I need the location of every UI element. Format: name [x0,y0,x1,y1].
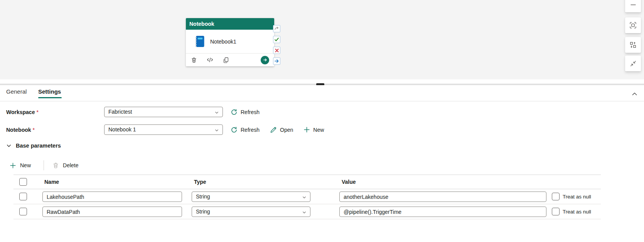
chevron-down-icon [302,195,307,201]
treat-as-null-label: Treat as null [563,209,591,215]
collapse-icon [630,60,637,67]
param-name-input[interactable] [42,192,182,202]
auto-align-icon [629,41,637,49]
workspace-dropdown[interactable]: Fabrictest [104,107,223,117]
pipeline-canvas[interactable]: Notebook Notebook1 [0,0,644,79]
parameter-row: String Treat as null [13,189,601,204]
column-header-type: Type [194,179,206,185]
collapse-panel-button[interactable] [630,90,639,98]
section-title: Base parameters [16,143,61,149]
activity-type-header: Notebook [186,18,274,30]
chevron-down-icon [302,210,307,216]
required-mark: * [36,109,38,115]
chevron-down-icon [214,110,219,116]
zoom-out-button[interactable] [625,0,641,12]
pipeline-editor: Notebook Notebook1 [0,0,644,242]
treat-as-null-label: Treat as null [563,194,591,200]
fit-to-screen-icon [629,22,637,29]
toolbar-divider [44,160,44,170]
chevron-down-icon [6,143,12,148]
refresh-icon [231,109,238,116]
parameters-table-header: Name Type Value [13,175,601,189]
new-parameter-button[interactable]: New [6,162,34,169]
chevron-down-icon [214,128,219,134]
delete-icon[interactable] [191,57,197,63]
on-success-port-icon[interactable] [273,36,280,43]
fit-to-screen-button[interactable] [625,17,641,33]
notebook-label: Notebook* [6,127,35,133]
notebook-open-button[interactable]: Open [270,126,293,133]
delete-icon [52,162,59,169]
activity-name: Notebook1 [210,39,236,45]
notebook-icon [194,35,204,47]
row-checkbox[interactable] [19,208,27,215]
notebook-activity-card[interactable]: Notebook Notebook1 [186,18,274,66]
row-checkbox[interactable] [19,193,27,200]
workspace-actions: Refresh [231,107,260,117]
notebook-dropdown-value: Notebook 1 [105,125,223,134]
param-name-input[interactable] [42,207,182,217]
tab-settings[interactable]: Settings [38,88,61,95]
treat-as-null-checkbox[interactable] [552,208,560,215]
chevron-up-icon [631,91,638,97]
workspace-refresh-button[interactable]: Refresh [231,109,260,116]
base-parameters-section-toggle[interactable]: Base parameters [6,143,61,149]
panel-tabs: General Settings [0,85,644,101]
param-value-input[interactable] [339,207,546,217]
code-icon[interactable] [207,57,213,63]
active-tab-indicator [38,97,62,98]
workspace-dropdown-value: Fabrictest [105,107,223,117]
parameters-table: Name Type Value String Treat as null Str… [13,175,601,219]
delete-parameter-button[interactable]: Delete [49,162,82,169]
activity-ports [273,25,280,65]
auto-align-button[interactable] [625,37,641,53]
edit-icon [270,126,277,133]
param-type-dropdown[interactable]: String [192,207,310,217]
zoom-out-icon [630,1,637,8]
add-next-activity-icon[interactable] [261,56,269,64]
on-completion-port-icon[interactable] [273,57,280,65]
param-type-value: String [192,192,310,202]
notebook-actions: Refresh Open New [231,124,324,135]
tab-general[interactable]: General [6,88,27,95]
required-mark: * [33,127,35,133]
column-header-value: Value [342,179,356,185]
activity-card-body: Notebook1 [186,30,274,53]
notebook-dropdown[interactable]: Notebook 1 [104,124,223,135]
on-skip-port-icon[interactable] [273,25,280,32]
notebook-new-button[interactable]: New [303,126,324,133]
notebook-refresh-button[interactable]: Refresh [231,126,260,133]
activity-type-label: Notebook [189,21,214,27]
parameters-toolbar: New Delete [6,160,82,171]
refresh-icon [231,126,238,133]
collapse-button[interactable] [625,55,641,71]
param-value-input[interactable] [339,192,546,202]
treat-as-null-checkbox[interactable] [552,193,560,200]
select-all-checkbox[interactable] [19,178,27,186]
plus-icon [10,162,16,169]
on-fail-port-icon[interactable] [273,47,280,54]
activity-card-footer [186,53,274,66]
parameters-rows: String Treat as null String Treat as nul… [13,189,601,219]
param-type-dropdown[interactable]: String [192,192,310,202]
parameter-row: String Treat as null [13,204,601,219]
plus-icon [303,126,310,133]
param-type-value: String [192,207,310,217]
copy-icon[interactable] [223,57,229,63]
workspace-label: Workspace* [6,109,39,115]
column-header-name: Name [44,179,59,185]
